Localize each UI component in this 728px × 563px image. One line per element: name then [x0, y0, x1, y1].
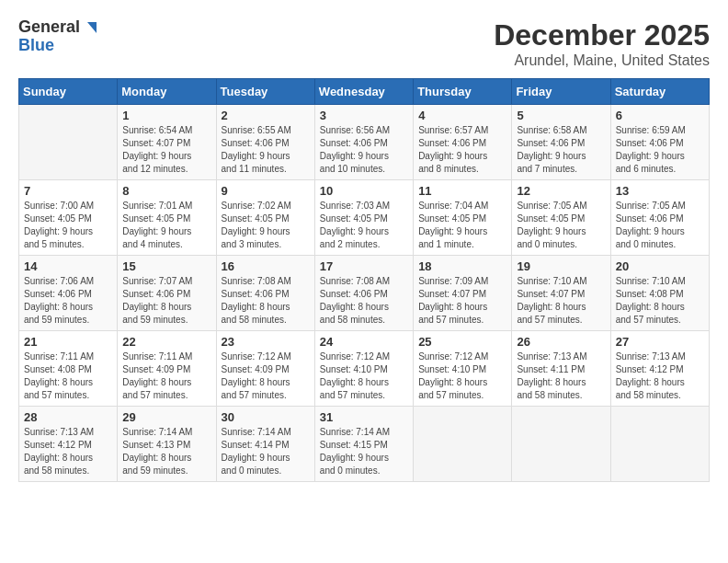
calendar-cell: 21Sunrise: 7:11 AM Sunset: 4:08 PM Dayli… [19, 331, 118, 407]
calendar-cell: 18Sunrise: 7:09 AM Sunset: 4:07 PM Dayli… [414, 256, 512, 331]
day-info: Sunrise: 7:14 AM Sunset: 4:14 PM Dayligh… [222, 426, 310, 477]
day-info: Sunrise: 7:13 AM Sunset: 4:11 PM Dayligh… [517, 350, 605, 402]
day-number: 7 [24, 184, 112, 198]
calendar-week-5: 28Sunrise: 7:13 AM Sunset: 4:12 PM Dayli… [19, 407, 710, 482]
calendar-cell: 26Sunrise: 7:13 AM Sunset: 4:11 PM Dayli… [512, 331, 610, 407]
day-info: Sunrise: 7:14 AM Sunset: 4:13 PM Dayligh… [122, 426, 210, 477]
calendar-cell: 3Sunrise: 6:56 AM Sunset: 4:06 PM Daylig… [314, 105, 413, 180]
calendar-cell: 12Sunrise: 7:05 AM Sunset: 4:05 PM Dayli… [512, 180, 610, 256]
day-number: 9 [222, 184, 310, 198]
day-info: Sunrise: 7:01 AM Sunset: 4:05 PM Dayligh… [122, 200, 210, 251]
day-number: 10 [320, 184, 408, 198]
day-number: 27 [616, 335, 704, 349]
day-number: 24 [320, 335, 408, 349]
day-info: Sunrise: 6:58 AM Sunset: 4:06 PM Dayligh… [517, 124, 605, 176]
day-info: Sunrise: 7:00 AM Sunset: 4:05 PM Dayligh… [24, 200, 112, 251]
calendar-cell: 7Sunrise: 7:00 AM Sunset: 4:05 PM Daylig… [19, 180, 118, 256]
day-number: 13 [616, 184, 704, 198]
day-info: Sunrise: 7:09 AM Sunset: 4:07 PM Dayligh… [418, 275, 506, 327]
day-number: 29 [122, 410, 210, 424]
day-info: Sunrise: 7:10 AM Sunset: 4:08 PM Dayligh… [616, 275, 704, 327]
calendar-cell: 23Sunrise: 7:12 AM Sunset: 4:09 PM Dayli… [216, 331, 314, 407]
day-info: Sunrise: 6:59 AM Sunset: 4:06 PM Dayligh… [616, 124, 704, 176]
header-wednesday: Wednesday [314, 79, 413, 105]
logo-blue-text: Blue [18, 37, 54, 55]
day-number: 21 [24, 335, 112, 349]
calendar-cell: 22Sunrise: 7:11 AM Sunset: 4:09 PM Dayli… [118, 331, 216, 407]
day-info: Sunrise: 7:05 AM Sunset: 4:05 PM Dayligh… [517, 200, 605, 251]
day-info: Sunrise: 6:54 AM Sunset: 4:07 PM Dayligh… [122, 124, 210, 176]
day-number: 22 [122, 335, 210, 349]
calendar-cell: 2Sunrise: 6:55 AM Sunset: 4:06 PM Daylig… [216, 105, 314, 180]
calendar-week-1: 1Sunrise: 6:54 AM Sunset: 4:07 PM Daylig… [19, 105, 710, 180]
calendar-cell: 9Sunrise: 7:02 AM Sunset: 4:05 PM Daylig… [216, 180, 314, 256]
day-info: Sunrise: 7:11 AM Sunset: 4:09 PM Dayligh… [122, 350, 210, 402]
header: General Blue December 2025 Arundel, Main… [18, 18, 710, 69]
day-number: 28 [24, 410, 112, 424]
day-number: 19 [517, 259, 605, 273]
header-friday: Friday [512, 79, 610, 105]
day-info: Sunrise: 7:07 AM Sunset: 4:06 PM Dayligh… [122, 275, 210, 327]
calendar-cell: 27Sunrise: 7:13 AM Sunset: 4:12 PM Dayli… [610, 331, 709, 407]
calendar-header-row: Sunday Monday Tuesday Wednesday Thursday… [19, 79, 710, 105]
day-number: 26 [517, 335, 605, 349]
calendar-cell: 19Sunrise: 7:10 AM Sunset: 4:07 PM Dayli… [512, 256, 610, 331]
header-thursday: Thursday [414, 79, 512, 105]
day-number: 31 [320, 410, 408, 424]
day-info: Sunrise: 7:13 AM Sunset: 4:12 PM Dayligh… [616, 350, 704, 402]
day-info: Sunrise: 7:13 AM Sunset: 4:12 PM Dayligh… [24, 426, 112, 477]
header-monday: Monday [118, 79, 216, 105]
header-saturday: Saturday [610, 79, 709, 105]
day-number: 11 [418, 184, 506, 198]
day-number: 16 [222, 259, 310, 273]
day-number: 17 [320, 259, 408, 273]
day-info: Sunrise: 6:55 AM Sunset: 4:06 PM Dayligh… [222, 124, 310, 176]
month-title: December 2025 [494, 18, 710, 52]
calendar-cell: 15Sunrise: 7:07 AM Sunset: 4:06 PM Dayli… [118, 256, 216, 331]
calendar-cell [610, 407, 709, 482]
header-tuesday: Tuesday [216, 79, 314, 105]
calendar-week-4: 21Sunrise: 7:11 AM Sunset: 4:08 PM Dayli… [19, 331, 710, 407]
logo: General Blue [18, 18, 98, 55]
day-number: 15 [122, 259, 210, 273]
day-info: Sunrise: 7:14 AM Sunset: 4:15 PM Dayligh… [320, 426, 408, 477]
calendar-cell: 11Sunrise: 7:04 AM Sunset: 4:05 PM Dayli… [414, 180, 512, 256]
calendar: Sunday Monday Tuesday Wednesday Thursday… [18, 78, 710, 482]
day-info: Sunrise: 7:10 AM Sunset: 4:07 PM Dayligh… [517, 275, 605, 327]
day-number: 1 [122, 109, 210, 122]
day-info: Sunrise: 7:12 AM Sunset: 4:10 PM Dayligh… [418, 350, 506, 402]
calendar-cell: 17Sunrise: 7:08 AM Sunset: 4:06 PM Dayli… [314, 256, 413, 331]
calendar-week-2: 7Sunrise: 7:00 AM Sunset: 4:05 PM Daylig… [19, 180, 710, 256]
calendar-cell: 30Sunrise: 7:14 AM Sunset: 4:14 PM Dayli… [216, 407, 314, 482]
calendar-cell: 13Sunrise: 7:05 AM Sunset: 4:06 PM Dayli… [610, 180, 709, 256]
day-number: 2 [222, 109, 310, 122]
day-info: Sunrise: 7:03 AM Sunset: 4:05 PM Dayligh… [320, 200, 408, 251]
day-number: 12 [517, 184, 605, 198]
header-sunday: Sunday [19, 79, 118, 105]
day-info: Sunrise: 7:06 AM Sunset: 4:06 PM Dayligh… [24, 275, 112, 327]
calendar-cell [19, 105, 118, 180]
day-info: Sunrise: 7:02 AM Sunset: 4:05 PM Dayligh… [222, 200, 310, 251]
calendar-cell: 20Sunrise: 7:10 AM Sunset: 4:08 PM Dayli… [610, 256, 709, 331]
calendar-cell: 14Sunrise: 7:06 AM Sunset: 4:06 PM Dayli… [19, 256, 118, 331]
day-number: 20 [616, 259, 704, 273]
day-info: Sunrise: 6:57 AM Sunset: 4:06 PM Dayligh… [418, 124, 506, 176]
calendar-cell [414, 407, 512, 482]
logo-general-text: General [18, 18, 80, 37]
svg-marker-0 [87, 22, 97, 33]
day-info: Sunrise: 6:56 AM Sunset: 4:06 PM Dayligh… [320, 124, 408, 176]
location-title: Arundel, Maine, United States [494, 52, 710, 69]
day-number: 5 [517, 109, 605, 122]
calendar-cell: 29Sunrise: 7:14 AM Sunset: 4:13 PM Dayli… [118, 407, 216, 482]
day-info: Sunrise: 7:12 AM Sunset: 4:09 PM Dayligh… [222, 350, 310, 402]
calendar-week-3: 14Sunrise: 7:06 AM Sunset: 4:06 PM Dayli… [19, 256, 710, 331]
day-number: 14 [24, 259, 112, 273]
day-number: 25 [418, 335, 506, 349]
calendar-cell [512, 407, 610, 482]
day-number: 30 [222, 410, 310, 424]
calendar-cell: 16Sunrise: 7:08 AM Sunset: 4:06 PM Dayli… [216, 256, 314, 331]
day-number: 6 [616, 109, 704, 122]
calendar-cell: 5Sunrise: 6:58 AM Sunset: 4:06 PM Daylig… [512, 105, 610, 180]
calendar-cell: 1Sunrise: 6:54 AM Sunset: 4:07 PM Daylig… [118, 105, 216, 180]
calendar-cell: 4Sunrise: 6:57 AM Sunset: 4:06 PM Daylig… [414, 105, 512, 180]
